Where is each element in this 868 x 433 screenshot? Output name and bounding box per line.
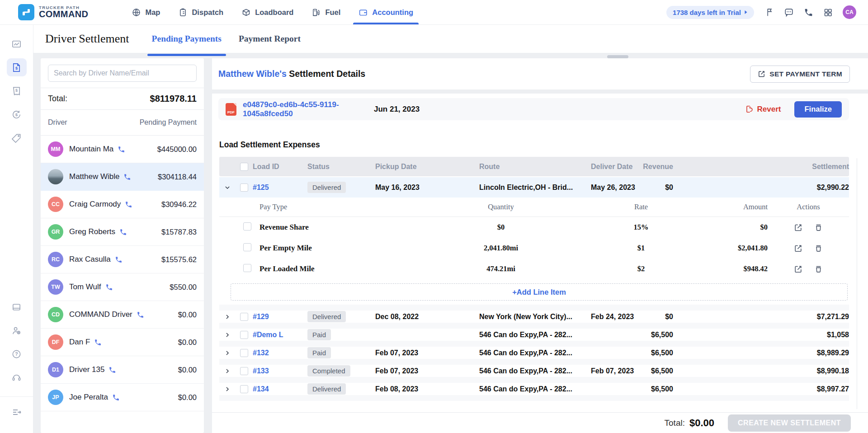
reports-icon[interactable] [7, 35, 27, 53]
phone-icon[interactable] [94, 339, 102, 346]
phone-icon[interactable] [125, 201, 132, 208]
collapse-menu-icon[interactable] [7, 403, 27, 421]
trial-badge[interactable]: 1738 days left in Trial [666, 6, 754, 19]
money-transfer-icon[interactable]: $ [7, 105, 27, 123]
edit-icon[interactable] [794, 223, 802, 232]
page-title: Driver Settlement [45, 32, 129, 46]
load-row[interactable]: #132 Paid Feb 07, 2023 546 Can do Expy,P… [219, 347, 849, 365]
phone-icon[interactable] [108, 366, 116, 374]
driver-list-item[interactable]: DF Dan F $0.00 [41, 329, 204, 356]
delete-icon[interactable] [814, 244, 823, 253]
phone-icon[interactable] [137, 311, 144, 319]
pickup-date: Feb 08, 2023 [375, 385, 479, 393]
nav-item-dispatch[interactable]: Dispatch [171, 0, 231, 24]
load-row[interactable]: #133 Completed Feb 07, 2023 546 Can do E… [219, 365, 849, 383]
driver-search-input[interactable] [48, 65, 197, 82]
phone-icon[interactable] [118, 146, 125, 153]
svg-text:$: $ [15, 112, 18, 117]
delete-icon[interactable] [814, 223, 823, 232]
pending-amount: $0.00 [178, 366, 197, 374]
route: Lincoln Electric,OH - Brid... [479, 184, 591, 192]
row-checkbox[interactable] [240, 367, 248, 375]
line-item-checkbox[interactable] [243, 264, 251, 272]
settlement-invoice-icon[interactable]: $ [7, 58, 27, 76]
phone-icon[interactable] [804, 8, 813, 17]
edit-icon[interactable] [794, 244, 802, 253]
milestone-flag-icon[interactable] [764, 7, 774, 17]
phone-icon[interactable] [112, 394, 120, 401]
deliver-date: May 26, 2023 [591, 184, 640, 192]
phone-icon[interactable] [115, 256, 123, 264]
chevron-right-icon[interactable] [219, 368, 235, 374]
add-line-item-button[interactable]: +Add Line Item [231, 283, 848, 301]
price-tag-icon[interactable] [7, 129, 27, 147]
chevron-right-icon[interactable] [219, 332, 235, 338]
driver-list-item[interactable]: CD COMMAND Driver $0.00 [41, 301, 204, 329]
chevron-down-icon[interactable] [219, 184, 235, 191]
tab-payment-report[interactable]: Payment Report [234, 25, 305, 53]
phone-icon[interactable] [119, 228, 127, 236]
settlement-pdf-link[interactable]: e04879c0-ed6b-4c55-9119-1045a8fced50 [243, 100, 374, 118]
load-id-link[interactable]: #132 [253, 349, 307, 357]
apps-grid-icon[interactable] [823, 8, 833, 17]
chevron-right-icon[interactable] [219, 350, 235, 356]
horizontal-scrollbar-thumb[interactable] [607, 55, 628, 58]
load-row[interactable]: #134 Delivered Feb 08, 2023 546 Can do E… [219, 383, 849, 401]
line-item-row: Revenue Share $0 15% $0 [219, 217, 849, 238]
delete-icon[interactable] [814, 265, 823, 273]
driver-list-item[interactable]: D1 Driver 135 $0.00 [41, 356, 204, 384]
receipt-icon[interactable]: $ [7, 82, 27, 100]
phone-icon[interactable] [123, 173, 131, 181]
tab-pending-payments[interactable]: Pending Payments [147, 25, 226, 53]
nav-label: Dispatch [192, 8, 223, 17]
support-headset-icon[interactable] [7, 368, 27, 386]
driver-list-item-selected[interactable]: Matthew Wible $304118.44 [41, 163, 204, 191]
pending-amount: $0.00 [178, 338, 197, 347]
load-id-link[interactable]: #129 [253, 313, 307, 321]
driver-list-item[interactable]: MM Mountain Ma $445000.00 [41, 136, 204, 163]
top-navigation-bar: TRUCKER PATH COMMAND Map Dispatch Loadbo… [0, 0, 868, 25]
row-checkbox[interactable] [240, 385, 248, 393]
driver-list-item[interactable]: CC Craig Carmody $30946.22 [41, 191, 204, 218]
driver-list-item[interactable]: GR Greg Roberts $15787.83 [41, 218, 204, 246]
line-item-checkbox[interactable] [243, 243, 251, 251]
finalize-button[interactable]: Finalize [794, 101, 842, 118]
load-id-link[interactable]: #134 [253, 385, 307, 393]
create-new-settlement-button[interactable]: CREATE NEW SETTLEMENT [728, 414, 851, 432]
settlement-amount: $1,058 [673, 331, 849, 339]
phone-icon[interactable] [105, 283, 113, 291]
eld-device-icon[interactable] [7, 298, 27, 316]
driver-list-item[interactable]: JP Joe Peralta $0.00 [41, 384, 204, 411]
row-checkbox[interactable] [240, 313, 248, 321]
chevron-right-icon[interactable] [219, 386, 235, 392]
driver-settings-icon[interactable] [7, 321, 27, 339]
row-checkbox[interactable] [240, 331, 248, 339]
nav-item-map[interactable]: Map [124, 0, 167, 24]
load-row-expanded[interactable]: #125 Delivered May 16, 2023 Lincoln Elec… [219, 177, 849, 198]
row-checkbox[interactable] [240, 349, 248, 357]
nav-item-fuel[interactable]: Fuel [304, 0, 348, 24]
load-id-link[interactable]: #133 [253, 367, 307, 375]
nav-item-loadboard[interactable]: Loadboard [234, 0, 301, 24]
load-id-link[interactable]: #Demo L [253, 331, 307, 339]
rate: 15% [607, 223, 675, 232]
nav-item-accounting[interactable]: Accounting [351, 0, 420, 24]
line-item-checkbox[interactable] [243, 222, 251, 231]
edit-icon[interactable] [794, 265, 802, 273]
help-icon[interactable]: ? [7, 345, 27, 363]
vertical-scrollbar-track[interactable] [857, 158, 857, 409]
load-id-link[interactable]: #125 [253, 184, 307, 192]
driver-list-item[interactable]: RC Rax Casulla $15575.62 [41, 246, 204, 273]
chevron-right-icon[interactable] [219, 314, 235, 320]
set-payment-term-button[interactable]: SET PAYMENT TERM [750, 66, 850, 83]
select-all-checkbox[interactable] [240, 163, 248, 171]
load-row[interactable]: #Demo L Paid 546 Can do Expy,PA - 282...… [219, 329, 849, 347]
chat-icon[interactable] [784, 7, 794, 17]
revert-button[interactable]: Revert [745, 105, 781, 114]
row-checkbox[interactable] [240, 184, 248, 192]
app-logo[interactable]: TRUCKER PATH COMMAND [0, 4, 102, 20]
user-avatar[interactable]: CA [843, 5, 856, 19]
route: 546 Can do Expy,PA - 282... [479, 349, 591, 357]
load-row[interactable]: #129 Delivered Dec 08, 2022 New York (Ne… [219, 311, 849, 329]
driver-list-item[interactable]: TW Tom Wulf $550.00 [41, 273, 204, 301]
